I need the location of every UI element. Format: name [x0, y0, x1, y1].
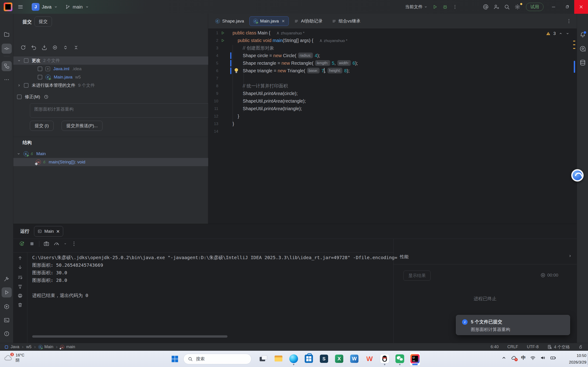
breadcrumb-item-w5[interactable]: w5 — [26, 344, 32, 349]
changes-tree-row[interactable]: 更改2 个文件 — [13, 57, 208, 65]
indent-style[interactable]: 4 个空格 — [547, 344, 570, 350]
commit-and-push-button[interactable]: 提交并推送(P)... — [61, 121, 103, 131]
structure-tool-icon[interactable] — [2, 61, 12, 71]
scroll-up-icon[interactable] — [17, 255, 23, 261]
code-line[interactable]: 8 // 统一计算并打印面积 — [208, 82, 571, 90]
weather-widget[interactable]: 3 16°C 阴 — [3, 353, 24, 363]
floating-assistant-button[interactable] — [571, 169, 584, 182]
tab-ai-[interactable]: AI协助记录 — [290, 16, 327, 26]
tree-chevron-icon[interactable] — [17, 83, 21, 87]
battery-icon[interactable] — [550, 355, 556, 361]
commit-message-field[interactable]: 图形面积计算器重构 — [30, 103, 218, 117]
code-line[interactable]: 5 Shape rectangle = new Rectangle( lengt… — [208, 59, 571, 67]
rerun-icon[interactable] — [19, 241, 25, 247]
run-more-icon[interactable] — [71, 241, 77, 247]
taskbar-search[interactable]: 搜索 — [183, 354, 251, 364]
run-configuration-selector[interactable]: 当前文件 — [403, 2, 430, 11]
database-icon[interactable] — [579, 59, 586, 66]
tree-chevron-icon[interactable] — [17, 152, 21, 156]
volume-icon[interactable] — [540, 355, 546, 361]
changes-tree-row[interactable]: ≡Java.iml.idea — [13, 65, 208, 73]
problems-icon[interactable] — [2, 329, 12, 339]
commit-button[interactable]: 提交 (I) — [30, 121, 53, 131]
code-line[interactable]: 9 ShapeUtil.printArea(circle); — [208, 90, 571, 97]
ime-indicator[interactable]: 中 — [521, 355, 526, 361]
soft-wrap-icon[interactable] — [17, 275, 23, 280]
preview-diff-icon[interactable] — [52, 44, 58, 50]
performance-expand-icon[interactable] — [568, 254, 572, 258]
code-line[interactable]: 7 — [208, 75, 571, 82]
breadcrumb-item-main[interactable]: CMain — [38, 344, 53, 349]
debug-button[interactable] — [440, 2, 450, 11]
code-line[interactable]: 3 // 创建图形对象 — [208, 44, 571, 52]
code-with-me-button[interactable] — [491, 2, 502, 11]
show-results-button[interactable]: 显示结果 — [404, 271, 431, 281]
thread-dump-icon[interactable] — [43, 241, 49, 247]
file-encoding[interactable]: UTF-8 — [527, 344, 539, 349]
breadcrumb-item-java[interactable]: Java — [4, 344, 19, 349]
change-checkbox[interactable] — [24, 83, 28, 88]
changes-tree-row[interactable]: CMain.javaw5 — [13, 73, 208, 81]
wps-icon[interactable]: W — [364, 352, 375, 366]
breadcrumb-item-main[interactable]: mmain — [60, 344, 75, 349]
history-icon[interactable] — [44, 94, 49, 99]
code-line[interactable]: 2 public static void main(String[] args)… — [208, 37, 571, 44]
amend-checkbox[interactable] — [17, 95, 22, 99]
tab-main-java[interactable]: CMain.java✕ — [249, 16, 289, 26]
commit-notification[interactable]: i 5 个文件已提交 图形面积计算器重构 — [456, 315, 570, 335]
notifications-bell-icon[interactable] — [579, 31, 586, 38]
word-icon[interactable]: W — [349, 352, 360, 366]
profiler-chevron-icon[interactable] — [64, 242, 67, 245]
file-lock[interactable] — [579, 344, 583, 349]
show-desktop-button[interactable] — [587, 353, 588, 365]
print-icon[interactable] — [17, 293, 23, 298]
taskbar-clock[interactable]: 10:50 2026/3/29 — [562, 352, 586, 366]
run-button[interactable] — [430, 2, 440, 11]
task-view-icon[interactable] — [258, 352, 269, 366]
refresh-icon[interactable] — [20, 44, 26, 50]
run-line-icon[interactable] — [221, 38, 225, 43]
wifi-icon[interactable] — [530, 355, 536, 361]
qq-icon[interactable] — [379, 352, 390, 366]
microsoft-store-icon[interactable] — [303, 352, 314, 366]
line-separator[interactable]: CRLF — [507, 344, 518, 349]
tab-shape-java[interactable]: CShape.java — [211, 16, 248, 26]
collapse-all-icon[interactable] — [73, 44, 79, 50]
caret-position[interactable]: 6:40 — [491, 344, 499, 349]
onedrive-error-icon[interactable] — [511, 355, 517, 361]
terminal-icon[interactable] — [2, 315, 12, 325]
project-selector[interactable]: J Java — [32, 3, 58, 11]
code-editor[interactable]: 3 1public class Main { zhuyanshuo *2 pub… — [208, 29, 577, 224]
expand-all-icon[interactable] — [62, 44, 69, 50]
structure-row[interactable]: CMain — [13, 150, 208, 158]
minimize-button[interactable] — [547, 0, 561, 14]
project-folder-icon[interactable] — [2, 29, 12, 40]
change-checkbox[interactable] — [24, 58, 28, 63]
tree-chevron-icon[interactable] — [17, 58, 21, 63]
trial-badge[interactable]: 试用 — [526, 3, 544, 11]
clear-console-icon[interactable] — [17, 302, 23, 308]
excel-icon[interactable]: X — [334, 352, 345, 366]
code-line[interactable]: 13} — [208, 120, 571, 128]
change-checkbox[interactable] — [38, 67, 42, 71]
more-run-actions-button[interactable] — [450, 2, 460, 11]
close-button[interactable] — [574, 0, 588, 14]
branch-selector[interactable]: main — [65, 4, 89, 10]
start-button[interactable] — [171, 355, 179, 363]
changes-tree-row[interactable]: 未进行版本管理的文件9 个文件 — [13, 81, 208, 90]
commit-tool-icon[interactable] — [2, 44, 12, 54]
code-line[interactable]: 1public class Main { zhuyanshuo * — [208, 29, 571, 37]
close-run-tab-icon[interactable]: ✕ — [56, 229, 60, 234]
code-line[interactable]: 4 Shape circle = new Circle( radius: 4); — [208, 52, 571, 59]
change-checkbox[interactable] — [38, 75, 42, 79]
tray-chevron-icon[interactable] — [501, 355, 507, 361]
code-line[interactable]: 11 ShapeUtil.printArea(triangle); — [208, 105, 571, 112]
scroll-down-icon[interactable] — [17, 265, 23, 270]
restore-button[interactable] — [561, 0, 574, 14]
ai-assistant-icon[interactable] — [579, 45, 586, 52]
build-icon[interactable] — [2, 274, 12, 284]
amend-row[interactable]: 修正(M) — [13, 93, 208, 101]
commit-tab[interactable]: 提交 — [35, 17, 52, 27]
search-everywhere-button[interactable] — [502, 2, 512, 11]
settings-button[interactable] — [512, 2, 523, 11]
